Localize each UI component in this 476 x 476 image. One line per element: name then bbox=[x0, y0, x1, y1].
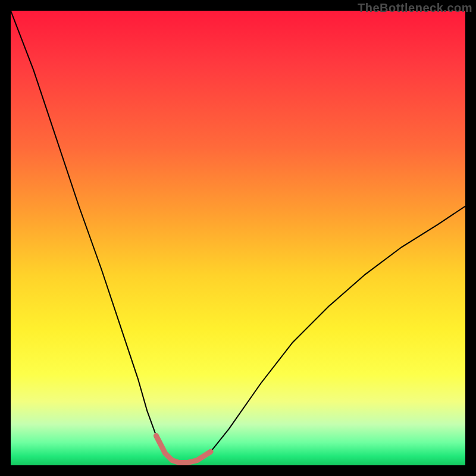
series-bottleneck-curve bbox=[11, 11, 465, 462]
series-optimal-range-marker bbox=[156, 436, 211, 462]
chart-frame: TheBottleneck.com bbox=[0, 0, 476, 476]
curve-layer bbox=[11, 11, 465, 462]
chart-svg bbox=[11, 11, 465, 465]
watermark-text: TheBottleneck.com bbox=[358, 1, 472, 15]
